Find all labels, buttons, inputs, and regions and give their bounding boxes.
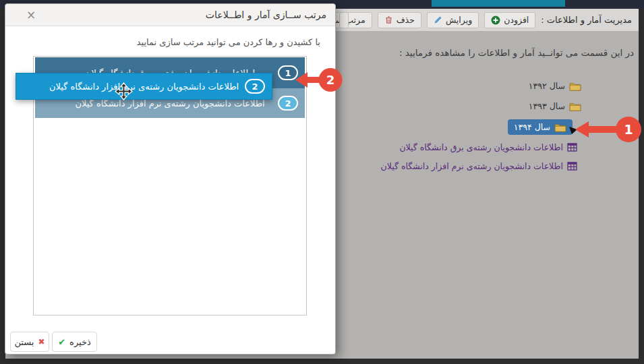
tree-item-label: اطلاعات دانشجویان رشته‌ی برق دانشگاه گیل…: [399, 142, 563, 152]
page-heading: در این قسمت می توانــید آمار و اطلاعات ر…: [399, 47, 634, 58]
tree-item-label: اطلاعات دانشجویان رشته‌ی نرم افزار دانشگ…: [381, 161, 563, 171]
tree-item-year-1393[interactable]: سال ۱۳۹۳: [529, 101, 581, 111]
sort-dialog-title: مرتب ســازی آمار و اطــلاعات: [206, 4, 326, 26]
close-button-label: بستن: [14, 337, 34, 347]
active-tab-indicator: [432, 0, 565, 7]
screen: مدیریت آمار و اطلاعات : افزودن ویرایش: [0, 0, 644, 364]
save-button[interactable]: ✔ ذخیره: [52, 332, 97, 352]
table-icon: [567, 143, 577, 152]
toolbar-title: مدیریت آمار و اطلاعات :: [541, 15, 632, 25]
tree-item-dataset-electrical[interactable]: اطلاعات دانشجویان رشته‌ی برق دانشگاه گیل…: [399, 142, 577, 152]
dragged-item-software[interactable]: اطلاعات دانشجویان رشته‌ی نرم افزار دانشگ…: [16, 73, 272, 100]
sort-dialog: مرتب ســازی آمار و اطــلاعات × با کشیدن …: [5, 3, 336, 355]
tree-expand-cursor-icon: [568, 125, 578, 135]
x-icon: ✖: [38, 337, 45, 346]
dragged-item-label: اطلاعات دانشجویان رشته‌ی نرم افزار دانشگ…: [49, 82, 239, 92]
save-button-label: ذخیره: [69, 337, 91, 347]
check-icon: ✔: [58, 337, 65, 347]
sort-dialog-header: مرتب ســازی آمار و اطــلاعات ×: [5, 4, 335, 26]
tree-item-dataset-software[interactable]: اطلاعات دانشجویان رشته‌ی نرم افزار دانشگ…: [381, 161, 577, 171]
table-icon: [567, 162, 577, 171]
edit-button[interactable]: ویرایش: [427, 12, 479, 28]
close-icon[interactable]: ×: [24, 4, 38, 26]
plus-circle-icon: [491, 16, 500, 25]
order-badge: 2: [245, 79, 265, 94]
tree-item-label: سال ۱۳۹۲: [529, 81, 565, 91]
tree-item-label: سال ۱۳۹۳: [529, 101, 565, 111]
sort-instruction: با کشیدن و رها کردن می توانید مرتب سازی …: [137, 37, 320, 47]
folder-icon: [569, 102, 581, 111]
order-badge: 2: [278, 96, 298, 111]
delete-button-label: حذف: [397, 15, 415, 25]
tree-item-year-1394-selected[interactable]: سال ۱۳۹۴: [508, 119, 573, 135]
delete-button[interactable]: حذف: [378, 12, 421, 28]
edit-button-label: ویرایش: [446, 15, 472, 25]
folder-icon: [569, 82, 581, 91]
add-button-label: افزودن: [504, 15, 529, 25]
trash-icon: [384, 16, 393, 24]
order-badge: 1: [278, 65, 298, 80]
folder-icon: [554, 123, 566, 132]
pencil-icon: [434, 16, 442, 24]
add-button[interactable]: افزودن: [484, 12, 535, 28]
close-button[interactable]: بستن ✖: [10, 332, 49, 352]
tree-item-year-1392[interactable]: سال ۱۳۹۲: [529, 81, 581, 91]
partially-hidden-button: [339, 12, 349, 28]
tree-item-label: سال ۱۳۹۴: [514, 122, 550, 132]
